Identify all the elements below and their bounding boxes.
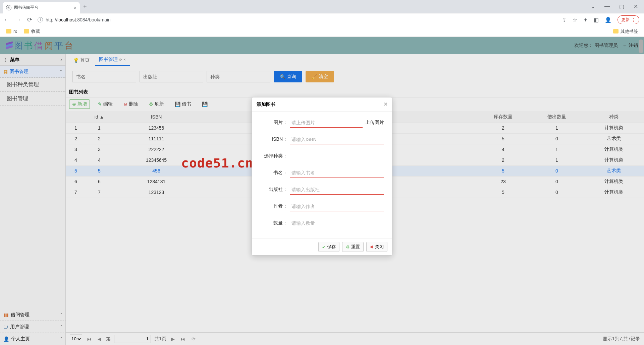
name-input[interactable] [290, 168, 384, 178]
reload-icon[interactable]: ⟳ [26, 16, 33, 23]
browser-tab-strip: ◎ 图书借阅平台 × + ⌄ ― ▢ ✕ [0, 0, 644, 13]
modal-title: 添加图书 [257, 101, 275, 108]
label-image: 图片： [260, 120, 290, 126]
browser-tab[interactable]: ◎ 图书借阅平台 × [3, 2, 80, 13]
modal-header: 添加图书 × [252, 97, 392, 112]
x-icon: ✖ [370, 245, 374, 250]
isbn-input[interactable] [290, 134, 384, 144]
upload-button[interactable]: 上传图片 [365, 120, 384, 126]
close-window-icon[interactable]: ✕ [634, 3, 638, 10]
bookmark-rx[interactable]: rx [6, 29, 17, 34]
minimize-icon[interactable]: ― [604, 3, 610, 10]
author-input[interactable] [290, 201, 384, 211]
folder-icon [24, 29, 29, 33]
label-publisher: 出版社： [260, 187, 290, 193]
label-name: 书名： [260, 170, 290, 176]
folder-icon [613, 29, 619, 33]
chevron-down-icon[interactable]: ⌄ [591, 3, 595, 10]
site-info-icon[interactable]: i [38, 17, 43, 22]
maximize-icon[interactable]: ▢ [619, 3, 624, 10]
extensions-icon[interactable]: ✦ [583, 17, 588, 23]
tab-close-icon[interactable]: × [74, 5, 76, 10]
back-icon[interactable]: ← [3, 16, 10, 23]
recycle-icon: ♻ [346, 245, 350, 250]
close-button[interactable]: ✖关闭 [366, 242, 387, 252]
bookmarks-bar: rx 收藏 其他书签 [0, 26, 644, 37]
category-select[interactable] [290, 151, 384, 161]
bookmark-favorites[interactable]: 收藏 [24, 28, 40, 34]
other-bookmarks[interactable]: 其他书签 [613, 28, 638, 34]
url-text: http://localhost:8084/book/main [46, 17, 111, 22]
qty-input[interactable] [290, 218, 384, 228]
update-button[interactable]: 更新⋮ [618, 15, 639, 24]
new-tab-button[interactable]: + [83, 3, 87, 10]
window-controls: ⌄ ― ▢ ✕ [591, 3, 644, 10]
label-qty: 数量： [260, 220, 290, 226]
address-bar: ← → ⟳ i http://localhost:8084/book/main … [0, 13, 644, 26]
save-button[interactable]: ✔保存 [318, 242, 339, 252]
modal-overlay: 添加图书 × 图片：上传图片 ISBN： 选择种类： 书名： 出版社： 作者： … [0, 37, 644, 345]
globe-icon: ◎ [6, 5, 11, 10]
add-book-modal: 添加图书 × 图片：上传图片 ISBN： 选择种类： 书名： 出版社： 作者： … [252, 97, 392, 256]
label-isbn: ISBN： [260, 136, 290, 142]
modal-close-icon[interactable]: × [384, 101, 387, 108]
label-category: 选择种类： [260, 153, 290, 159]
star-icon[interactable]: ☆ [573, 17, 577, 23]
label-author: 作者： [260, 203, 290, 209]
share-icon[interactable]: ⇪ [562, 17, 567, 23]
url-input[interactable]: i http://localhost:8084/book/main [38, 17, 557, 22]
image-input[interactable] [290, 118, 363, 128]
folder-icon [6, 29, 11, 33]
check-icon: ✔ [322, 245, 326, 250]
tab-title: 图书借阅平台 [14, 5, 38, 10]
publisher-input[interactable] [290, 185, 384, 195]
forward-icon[interactable]: → [15, 16, 21, 23]
sidepanel-icon[interactable]: ◧ [594, 17, 599, 23]
profile-icon[interactable]: 👤 [605, 17, 611, 23]
reset-button[interactable]: ♻重置 [342, 242, 364, 252]
